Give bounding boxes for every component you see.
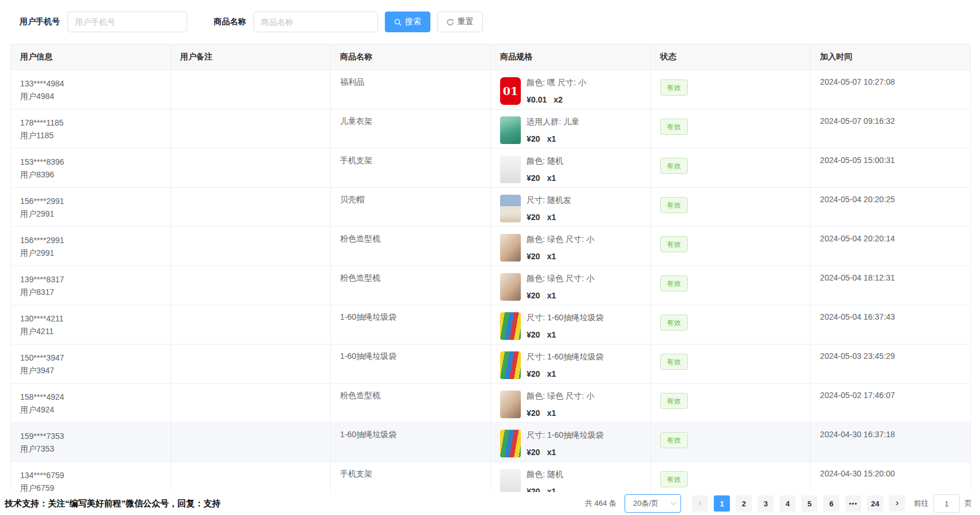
reset-button[interactable]: 重置 [437, 12, 483, 32]
product-name-cell: 1-60抽绳垃圾袋 [331, 423, 491, 462]
table-row: 159****7353 用户7353 1-60抽绳垃圾袋 尺寸: 1-60抽绳垃… [11, 423, 970, 462]
user-phone: 153****8396 [20, 156, 161, 168]
status-badge: 有效 [660, 315, 688, 331]
status-badge: 有效 [660, 79, 688, 96]
product-name-input[interactable] [253, 12, 378, 32]
user-info-cell: 139****8317 用户8317 [11, 266, 171, 305]
user-nickname: 用户2991 [20, 207, 161, 220]
quantity-text: x1 [547, 369, 556, 378]
user-phone: 156****2991 [20, 195, 161, 207]
table-row: 156****2991 用户2991 贝壳帽 尺寸: 随机发 ¥20 x1 有效 [11, 188, 970, 227]
pagination-page-button[interactable]: 24 [867, 495, 883, 512]
product-image-label: 01 [503, 85, 518, 97]
status-cell: 有效 [651, 344, 811, 384]
user-phone: 178****1185 [20, 116, 161, 129]
price-text: ¥20 [527, 448, 540, 457]
user-phone: 133****4984 [20, 77, 161, 90]
user-info-cell: 159****7353 用户7353 [11, 423, 171, 462]
status-badge: 有效 [660, 197, 688, 213]
user-info-cell: 158****4924 用户4924 [11, 384, 171, 423]
product-name-label: 商品名称 [214, 17, 246, 27]
goto-suffix: 页 [964, 498, 972, 509]
join-time-cell: 2024-04-30 16:37:18 [811, 423, 970, 462]
user-phone: 134****6759 [20, 469, 161, 482]
status-badge: 有效 [660, 393, 688, 409]
product-image [500, 116, 521, 144]
quantity-text: x1 [547, 330, 556, 339]
pagination-ellipsis[interactable]: ••• [845, 495, 861, 512]
user-phone: 158****4924 [20, 391, 161, 403]
column-header: 用户信息 [11, 44, 171, 70]
user-info-cell: 150****3947 用户3947 [11, 344, 171, 384]
product-spec-cell: 尺寸: 1-60抽绳垃圾袋 ¥20 x1 [491, 305, 651, 344]
user-remark-cell [171, 384, 331, 423]
spec-text: 颜色: 绿色 尺寸: 小 [527, 234, 594, 244]
pagination-page-button[interactable]: 6 [823, 495, 839, 512]
status-badge: 有效 [660, 354, 688, 370]
status-cell: 有效 [651, 149, 811, 188]
quantity-text: x1 [547, 173, 556, 183]
join-time-cell: 2024-05-04 18:12:31 [811, 266, 970, 305]
phone-input[interactable] [67, 12, 187, 32]
pagination-page-button[interactable]: 4 [780, 495, 796, 512]
status-cell: 有效 [651, 305, 811, 344]
status-badge: 有效 [660, 119, 688, 135]
product-image [500, 391, 521, 418]
pagination-page-button[interactable]: 5 [801, 495, 818, 512]
join-time-cell: 2024-05-04 20:20:14 [811, 227, 970, 266]
price-text: ¥20 [527, 408, 540, 418]
user-remark-cell [171, 227, 331, 266]
user-phone: 139****8317 [20, 273, 161, 286]
pagination-prev-button[interactable]: ‹ [692, 495, 708, 512]
pagination-next-button[interactable]: › [889, 495, 905, 512]
user-nickname: 用户8396 [20, 168, 161, 181]
product-image [500, 234, 521, 262]
table-header-row: 用户信息用户备注商品名称商品规格状态加入时间 [11, 44, 970, 70]
total-count: 共 464 条 [585, 498, 616, 509]
quantity-text: x1 [547, 134, 556, 143]
user-remark-cell [171, 149, 331, 188]
product-spec-cell: 尺寸: 随机发 ¥20 x1 [491, 188, 651, 227]
status-cell: 有效 [651, 109, 811, 149]
pagination-page-button[interactable]: 3 [758, 495, 774, 512]
spec-text: 尺寸: 1-60抽绳垃圾袋 [527, 430, 604, 440]
join-time-cell: 2024-05-07 10:27:08 [811, 70, 970, 109]
column-header: 用户备注 [171, 44, 331, 70]
join-time-cell: 2024-05-03 23:45:29 [811, 344, 970, 384]
pagination-page-button[interactable]: 2 [736, 495, 752, 512]
spec-text: 颜色: 嘿 尺寸: 小 [527, 78, 586, 87]
table-row: 150****3947 用户3947 1-60抽绳垃圾袋 尺寸: 1-60抽绳垃… [11, 344, 970, 384]
status-badge: 有效 [660, 432, 688, 448]
product-spec-cell: 颜色: 绿色 尺寸: 小 ¥20 x1 [491, 384, 651, 423]
user-nickname: 用户4984 [20, 90, 161, 103]
spec-text: 尺寸: 随机发 [527, 195, 572, 205]
product-name-cell: 贝壳帽 [331, 188, 491, 227]
user-nickname: 用户7353 [20, 442, 161, 455]
user-info-cell: 156****2991 用户2991 [11, 227, 171, 266]
user-remark-cell [171, 266, 331, 305]
status-badge: 有效 [660, 158, 688, 174]
price-text: ¥0.01 [527, 95, 547, 104]
join-time-cell: 2024-05-04 20:20:25 [811, 188, 970, 227]
status-badge: 有效 [660, 275, 688, 291]
price-text: ¥20 [527, 134, 540, 143]
chevron-down-icon [670, 499, 676, 505]
table-row: 158****4924 用户4924 粉色造型梳 颜色: 绿色 尺寸: 小 ¥2… [11, 384, 970, 423]
status-cell: 有效 [651, 70, 811, 109]
product-name-cell: 福利品 [331, 70, 491, 109]
quantity-text: x1 [547, 252, 556, 261]
product-spec-cell: 颜色: 绿色 尺寸: 小 ¥20 x1 [491, 266, 651, 305]
table-row: 139****8317 用户8317 粉色造型梳 颜色: 绿色 尺寸: 小 ¥2… [11, 266, 970, 305]
user-remark-cell [171, 109, 331, 149]
pagination-page-button[interactable]: 1 [714, 495, 730, 512]
user-nickname: 用户4211 [20, 325, 161, 338]
search-button[interactable]: 搜索 [385, 12, 430, 32]
page-size-select[interactable]: 20条/页 [625, 494, 681, 513]
product-image [500, 273, 521, 301]
refresh-icon [447, 18, 454, 26]
product-spec-cell: 颜色: 随机 ¥20 x1 [491, 149, 651, 188]
user-remark-cell [171, 305, 331, 344]
goto-page-input[interactable] [933, 494, 960, 513]
product-name-cell: 1-60抽绳垃圾袋 [331, 344, 491, 384]
status-badge: 有效 [660, 471, 688, 487]
